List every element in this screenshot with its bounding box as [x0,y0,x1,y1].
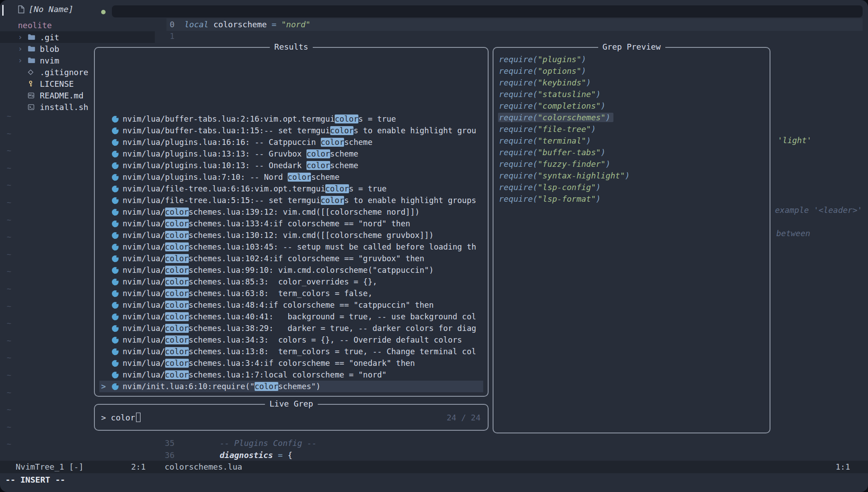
result-text-post: schemes.lua:139:12: vim.cmd([[colorschem… [189,208,420,216]
result-text: nvim/lua/buffer-tabs.lua:1:15:-- set ter… [123,126,476,135]
result-text: nvim/lua/colorschemes.lua:103:45: -- set… [123,242,476,251]
tree-root-label[interactable]: neolite [18,21,52,30]
result-text-pre: nvim/init.lua:6:10:require(" [123,382,255,391]
result-item[interactable]: nvim/lua/colorschemes.lua:3:4:if colorsc… [99,357,483,369]
result-text: nvim/lua/plugins.lua:10:13: -- Onedark c… [123,161,358,170]
require-close: ) [591,124,596,134]
result-item[interactable]: nvim/lua/file-tree.lua:5:15:-- set termg… [99,195,483,206]
result-item[interactable]: nvim/lua/colorschemes.lua:13:8: term_col… [99,346,483,357]
result-text-pre: nvim/lua/ [123,242,165,251]
result-text-post: schemes.lua:133:4:if colorscheme == "nor… [189,219,410,228]
code-token: = [272,20,281,29]
result-text: nvim/lua/file-tree.lua:5:15:-- set termg… [123,196,476,205]
result-text-post: schemes.lua:63:8: term_colors = false, [189,289,373,298]
tree-item-.git[interactable]: ›.git [0,31,155,43]
preview-line: require("lsp-format") [498,193,765,204]
result-text-post: scheme [330,149,358,158]
result-item[interactable]: nvim/lua/colorschemes.lua:102:4:if color… [99,253,483,264]
background-text-fragment: 'light' [778,136,812,145]
result-item[interactable]: nvim/lua/colorschemes.lua:38:29: darker … [99,322,483,334]
tilde-marker: ~ [7,352,11,363]
line-number-0: 0 [157,20,174,29]
preview-line: require("options") [498,65,765,76]
lua-file-icon [112,116,119,123]
match-highlight: color [330,126,354,135]
require-call: require( [499,78,538,87]
result-item[interactable]: nvim/lua/colorschemes.lua:130:12: vim.cm… [99,229,483,241]
result-item[interactable]: nvim/lua/colorschemes.lua:133:4:if color… [99,218,483,229]
result-item[interactable]: nvim/lua/plugins.lua:10:13: -- Onedark c… [99,160,483,171]
result-text: nvim/lua/plugins.lua:16:16: -- Catppucci… [123,138,372,147]
module-string: "file-tree" [538,124,591,134]
selected-marker [99,219,112,228]
result-item[interactable]: nvim/lua/colorschemes.lua:63:8: term_col… [99,288,483,299]
selected-marker: > [99,382,112,391]
chevron-spacer [18,91,28,100]
require-close: ) [581,55,586,64]
module-string: "lsp-config" [538,182,596,192]
require-call: require( [499,148,538,157]
result-item[interactable]: nvim/lua/colorschemes.lua:1:7:local colo… [99,369,483,381]
preview-line-text: require("completions") [498,101,608,110]
code-token: colorscheme [213,20,272,29]
result-item[interactable]: nvim/lua/colorschemes.lua:99:10: vim.cmd… [99,264,483,276]
match-highlight: color [325,184,349,193]
selected-marker [99,208,112,216]
result-text: nvim/lua/colorschemes.lua:139:12: vim.cm… [123,208,420,216]
result-item[interactable]: nvim/lua/colorschemes.lua:40:41: backgro… [99,311,483,322]
result-item[interactable]: nvim/lua/colorschemes.lua:34:3: colors =… [99,334,483,346]
result-item[interactable]: nvim/lua/buffer-tabs.lua:1:15:-- set ter… [99,125,483,136]
buffer-tab[interactable]: [No Name] [0,0,112,20]
result-text-pre: nvim/lua/buffer-tabs.lua:2:16:vim.opt.te… [123,115,335,123]
chevron-spacer [18,79,28,88]
result-text-post: scheme [330,161,358,170]
selected-marker [99,161,112,170]
result-item[interactable]: nvim/lua/colorschemes.lua:103:45: -- set… [99,241,483,253]
require-call: require( [499,113,538,122]
result-text: nvim/lua/colorschemes.lua:13:8: term_col… [123,347,476,356]
tilde-marker: ~ [7,163,11,174]
statusline-cursor-position: 1:1 [835,462,850,471]
selected-marker [99,359,112,368]
chevron-right-icon[interactable]: › [18,56,28,65]
require-call: require( [499,159,538,169]
selected-marker [99,231,112,240]
require-close: ) [625,171,630,180]
chevron-right-icon[interactable]: › [18,33,28,42]
tilde-marker: ~ [7,215,11,225]
file-label: .git [40,33,59,42]
lua-file-icon [112,139,119,146]
result-item[interactable]: nvim/lua/plugins.lua:7:10: -- Nord color… [99,171,483,183]
results-list: nvim/lua/buffer-tabs.lua:2:16:vim.opt.te… [99,113,483,392]
match-highlight: color [165,324,189,333]
result-text: nvim/lua/plugins.lua:13:13: -- Gruvbox c… [123,149,358,158]
result-text-pre: nvim/lua/ [123,370,165,379]
match-highlight: color [165,301,189,310]
chevron-right-icon[interactable]: › [18,44,28,53]
result-item[interactable]: nvim/lua/colorschemes.lua:48:4:if colors… [99,299,483,311]
live-grep-input[interactable]: >color [101,413,140,422]
result-item[interactable]: nvim/lua/colorschemes.lua:139:12: vim.cm… [99,206,483,218]
require-call: require( [499,136,538,145]
tilde-marker: ~ [7,197,11,208]
result-text-pre: nvim/lua/ [123,301,165,310]
result-item[interactable]: nvim/lua/plugins.lua:16:16: -- Catppucci… [99,136,483,148]
preview-line-text: require("colorschemes") [498,113,613,122]
result-item[interactable]: >nvim/init.lua:6:10:require("colorscheme… [99,381,483,392]
live-grep-window[interactable]: Live Grep >color 24 / 24 [94,404,489,431]
result-item[interactable]: nvim/lua/colorschemes.lua:85:3: color_ov… [99,276,483,288]
module-string: "terminal" [538,136,586,145]
grep-preview-window: Grep Preview require("plugins")require("… [493,47,770,433]
result-text-post: schemes.lua:3:4:if colorscheme == "oneda… [189,359,415,368]
lua-file-icon [112,372,119,378]
preview-line-text: require("statusline") [498,89,604,99]
match-highlight: color [255,382,278,391]
lua-file-icon [112,186,119,192]
script-icon [28,104,40,110]
result-item[interactable]: nvim/lua/plugins.lua:13:13: -- Gruvbox c… [99,148,483,160]
result-item[interactable]: nvim/lua/buffer-tabs.lua:2:16:vim.opt.te… [99,113,483,125]
result-text: nvim/lua/colorschemes.lua:85:3: color_ov… [123,277,377,286]
match-highlight: color [321,138,345,147]
tilde-marker: ~ [7,318,11,329]
result-item[interactable]: nvim/lua/file-tree.lua:6:16:vim.opt.term… [99,183,483,195]
